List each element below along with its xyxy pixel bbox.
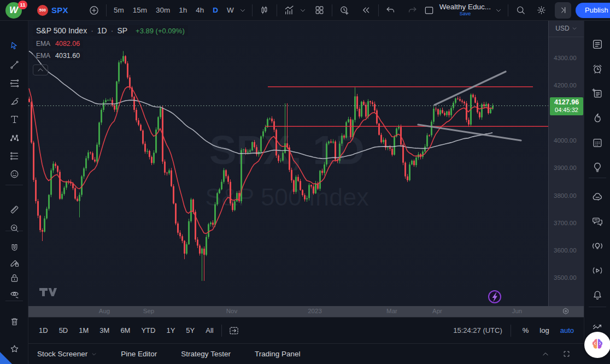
timeframe-15m[interactable]: 15m xyxy=(130,4,150,16)
watchlist-button[interactable] xyxy=(589,36,606,52)
axis-settings-button[interactable] xyxy=(561,307,571,316)
range-5d[interactable]: 5D xyxy=(55,324,72,337)
range-6m[interactable]: 6M xyxy=(116,324,134,337)
streams-button[interactable] xyxy=(589,262,606,279)
layout-select-button[interactable] xyxy=(421,2,437,19)
cursor-tool-button[interactable] xyxy=(6,37,22,54)
toolbar-divider xyxy=(332,4,332,16)
tab-pine-editor[interactable]: Pine Editor xyxy=(121,350,157,358)
indicator-templates-button[interactable] xyxy=(297,2,308,19)
time-tick: Aug xyxy=(99,308,110,314)
legend-symbol-row[interactable]: S&P 500 Index · 1D · SP +3.89 (+0.09%) xyxy=(33,25,188,36)
legend-ema-row[interactable]: EMA 4082.06 xyxy=(33,39,83,48)
timeframe-30m[interactable]: 30m xyxy=(152,4,173,16)
lock-drawings-button[interactable] xyxy=(6,269,22,286)
range-1d[interactable]: 1D xyxy=(35,324,52,337)
range-ytd[interactable]: YTD xyxy=(137,324,159,337)
tab-stock-screener[interactable]: Stock Screener xyxy=(37,350,97,358)
brush-tool-button[interactable] xyxy=(6,93,22,109)
redo-button[interactable] xyxy=(404,2,421,19)
my-ideas-button[interactable] xyxy=(589,159,606,175)
measure-tool-button[interactable] xyxy=(6,201,22,218)
timeframe-5m[interactable]: 5m xyxy=(110,4,127,16)
quick-search-button[interactable] xyxy=(512,2,529,19)
timeframe-W[interactable]: W xyxy=(224,4,237,16)
pattern-tool-button[interactable] xyxy=(6,130,22,146)
chats-icon xyxy=(591,215,603,227)
hotlists-button[interactable] xyxy=(589,110,606,126)
eyedraw-icon xyxy=(9,289,20,300)
save-layout-link[interactable]: Save xyxy=(460,11,471,16)
tab-strategy-tester[interactable]: Strategy Tester xyxy=(181,350,231,358)
create-alert-button[interactable] xyxy=(336,2,353,19)
auto-scale-button[interactable]: auto xyxy=(557,325,577,336)
percent-scale-button[interactable]: % xyxy=(519,325,532,336)
notes-button[interactable] xyxy=(589,85,606,102)
user-menu-button[interactable]: W 11 xyxy=(4,1,27,20)
maximize-panel-button[interactable] xyxy=(561,346,572,362)
zoom-in-tool-button[interactable] xyxy=(6,220,22,236)
range-3m[interactable]: 3M xyxy=(96,324,113,337)
emoji-tool-button[interactable] xyxy=(6,166,22,182)
indicators-icon xyxy=(284,5,295,16)
bar-replay-button[interactable] xyxy=(358,2,374,19)
flame-icon xyxy=(591,112,603,124)
hide-drawings-button[interactable] xyxy=(6,286,22,302)
clock-utc[interactable]: 15:24:27 (UTC) xyxy=(453,326,502,334)
price-axis[interactable]: USD 4127.96 04:45:32 4300.004200.004000.… xyxy=(548,21,584,306)
range-1y[interactable]: 1Y xyxy=(162,324,179,337)
compare-add-button[interactable] xyxy=(86,2,102,19)
symbol-search-button[interactable]: 500 SPX xyxy=(35,5,71,16)
alerts-button[interactable] xyxy=(589,61,606,77)
time-axis[interactable]: AugSepNov2023MarAprJun xyxy=(28,306,584,317)
layout-menu-button[interactable] xyxy=(493,2,504,19)
grid-layout-button[interactable] xyxy=(312,2,328,19)
time-tick: Nov xyxy=(226,308,237,314)
range-5y[interactable]: 5Y xyxy=(182,324,198,337)
timeframe-menu-button[interactable] xyxy=(237,2,248,19)
search-icon xyxy=(515,5,526,15)
chevron-down-icon xyxy=(495,7,502,14)
remove-drawings-button[interactable] xyxy=(6,313,22,330)
stay-in-drawing-mode-button[interactable] xyxy=(6,254,22,271)
fib-tool-button[interactable] xyxy=(6,75,22,91)
range-1m[interactable]: 1M xyxy=(75,324,92,337)
layout-name-button[interactable]: Wealthy Educ... Save xyxy=(438,3,492,17)
range-all[interactable]: All xyxy=(202,324,217,337)
grid-icon xyxy=(314,5,325,15)
private-chats-button[interactable] xyxy=(589,213,606,230)
timeframe-D[interactable]: D xyxy=(209,4,221,16)
legend-ema-row[interactable]: EMA 4031.60 xyxy=(33,51,83,60)
chevron-down-icon xyxy=(239,7,246,14)
chart-style-button[interactable] xyxy=(256,2,273,19)
undo-button[interactable] xyxy=(383,2,399,19)
chart-pane[interactable]: SPX, 1DS&P 500 Index S&P 500 Index · 1D … xyxy=(28,21,548,306)
timeframe-4h[interactable]: 4h xyxy=(192,4,207,16)
axis-divider xyxy=(549,37,584,37)
calendar-button[interactable] xyxy=(589,134,606,151)
legend-collapse-button[interactable] xyxy=(33,64,48,75)
indicators-button[interactable] xyxy=(281,2,297,19)
text-tool-button[interactable] xyxy=(6,111,22,127)
notifications-button[interactable] xyxy=(589,287,606,303)
log-scale-button[interactable]: log xyxy=(536,325,552,336)
public-chats-button[interactable] xyxy=(589,189,606,205)
timeframe-1h[interactable]: 1h xyxy=(175,4,190,16)
ideas-stream-button[interactable] xyxy=(589,238,606,254)
trend-line-tool-button[interactable] xyxy=(6,56,22,73)
magnet-mode-button[interactable] xyxy=(6,239,22,256)
forecast-tool-button[interactable] xyxy=(6,148,22,164)
open-panel-button[interactable] xyxy=(540,346,551,362)
tab-label: Pine Editor xyxy=(121,350,157,358)
tab-trading-panel[interactable]: Trading Panel xyxy=(255,350,301,358)
top-toolbar: W 11 500 SPX 5m15m30m1h4hDW Wealthy Educ… xyxy=(0,0,610,21)
ai-assistant-button[interactable] xyxy=(584,332,610,358)
chevron-down-icon xyxy=(91,351,97,357)
toolbar-divider xyxy=(252,4,253,16)
currency-selector[interactable]: USD xyxy=(549,25,584,32)
bell-icon xyxy=(591,289,603,301)
collapse-right-panel-button[interactable] xyxy=(555,2,571,19)
chart-settings-button[interactable] xyxy=(533,2,549,19)
publish-button[interactable]: Publish xyxy=(576,3,610,18)
go-to-date-button[interactable] xyxy=(226,322,242,339)
